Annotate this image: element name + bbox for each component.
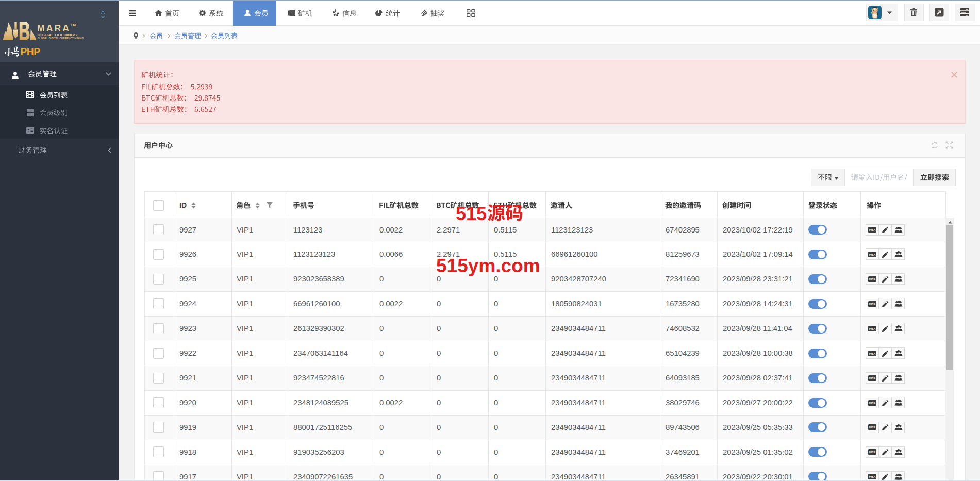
svg-text:VISA: VISA xyxy=(869,475,875,478)
svg-text:VISA: VISA xyxy=(869,327,875,330)
svg-text:VISA: VISA xyxy=(869,352,875,355)
svg-text:VISA: VISA xyxy=(869,228,875,231)
svg-text:VISA: VISA xyxy=(869,278,875,281)
svg-text:VISA: VISA xyxy=(869,451,875,454)
svg-text:VISA: VISA xyxy=(869,401,875,404)
svg-text:VISA: VISA xyxy=(869,426,875,429)
svg-text:VISA: VISA xyxy=(869,376,875,379)
svg-text:VISA: VISA xyxy=(869,253,875,256)
svg-text:VISA: VISA xyxy=(869,303,875,306)
